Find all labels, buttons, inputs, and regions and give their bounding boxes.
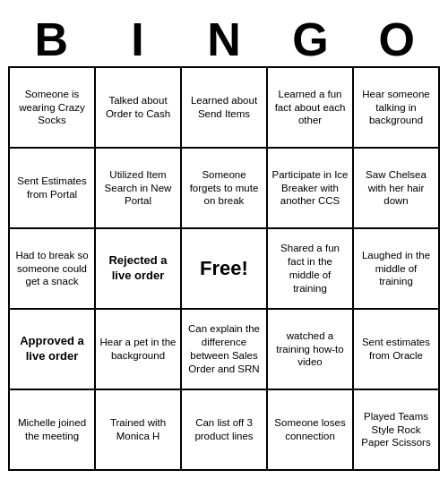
bingo-cell-r0c1[interactable]: Talked about Order to Cash — [96, 68, 182, 149]
title-letter-o: O — [358, 16, 436, 63]
bingo-cell-r2c4[interactable]: Laughed in the middle of training — [354, 229, 440, 310]
bingo-cell-r2c2[interactable]: Free! — [182, 229, 268, 310]
bingo-cell-r0c2[interactable]: Learned about Send Items — [182, 68, 268, 149]
bingo-cell-r3c0[interactable]: Approved a live order — [10, 310, 96, 390]
bingo-cell-r4c2[interactable]: Can list off 3 product lines — [182, 390, 268, 471]
title-letter-g: G — [271, 16, 349, 63]
bingo-cell-r2c0[interactable]: Had to break so someone could get a snac… — [10, 229, 96, 310]
bingo-cell-r4c0[interactable]: Michelle joined the meeting — [10, 390, 96, 471]
bingo-cell-r1c1[interactable]: Utilized Item Search in New Portal — [96, 149, 182, 229]
bingo-cell-r3c3[interactable]: watched a training how-to video — [268, 310, 354, 390]
bingo-cell-r0c4[interactable]: Hear someone talking in background — [354, 68, 440, 149]
bingo-cell-r3c1[interactable]: Hear a pet in the background — [96, 310, 182, 390]
bingo-cell-r2c3[interactable]: Shared a fun fact in the middle of train… — [268, 229, 354, 310]
bingo-card: BINGO Someone is wearing Crazy SocksTalk… — [4, 13, 444, 474]
bingo-cell-r2c1[interactable]: Rejected a live order — [96, 229, 182, 310]
bingo-cell-r4c1[interactable]: Trained with Monica H — [96, 390, 182, 471]
bingo-cell-r1c2[interactable]: Someone forgets to mute on break — [182, 149, 268, 229]
bingo-cell-r4c4[interactable]: Played Teams Style Rock Paper Scissors — [354, 390, 440, 471]
title-letter-i: I — [99, 16, 177, 63]
bingo-cell-r1c3[interactable]: Participate in Ice Breaker with another … — [268, 149, 354, 229]
bingo-cell-r0c3[interactable]: Learned a fun fact about each other — [268, 68, 354, 149]
bingo-title: BINGO — [8, 16, 440, 63]
bingo-grid: Someone is wearing Crazy SocksTalked abo… — [8, 66, 440, 471]
bingo-cell-r1c4[interactable]: Saw Chelsea with her hair down — [354, 149, 440, 229]
title-letter-n: N — [185, 16, 263, 63]
title-letter-b: B — [12, 16, 90, 63]
bingo-cell-r1c0[interactable]: Sent Estimates from Portal — [10, 149, 96, 229]
bingo-cell-r3c2[interactable]: Can explain the difference between Sales… — [182, 310, 268, 390]
bingo-cell-r0c0[interactable]: Someone is wearing Crazy Socks — [10, 68, 96, 149]
bingo-cell-r3c4[interactable]: Sent estimates from Oracle — [354, 310, 440, 390]
bingo-cell-r4c3[interactable]: Someone loses connection — [268, 390, 354, 471]
